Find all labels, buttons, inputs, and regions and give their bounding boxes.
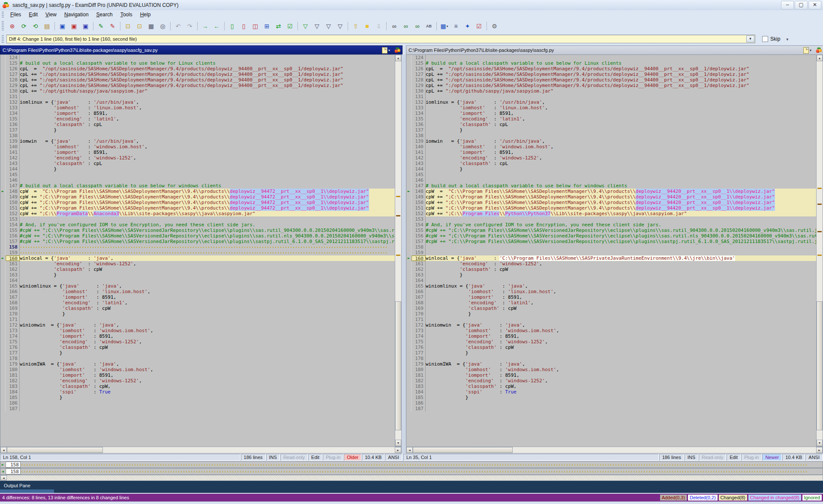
copy-block-icon[interactable]: ⇧	[350, 21, 361, 31]
code-line-151: 151cpW += ";C:\\Program Files\\SASHome\\…	[0, 205, 395, 211]
scroll-left-icon[interactable]: ◄	[0, 475, 7, 480]
pane-splitter[interactable]	[402, 54, 406, 453]
menu-item-edit[interactable]: Edit	[25, 11, 42, 18]
scrollbar-thumb[interactable]	[413, 447, 513, 453]
file-menu-icon[interactable]	[803, 47, 809, 54]
show-second-pane-icon[interactable]: ▯	[238, 21, 249, 31]
show-identical-icon[interactable]: ☑	[285, 21, 295, 31]
line-text	[426, 177, 817, 183]
line-number: 158	[6, 244, 20, 250]
edit-first-icon[interactable]: ✎	[96, 21, 106, 31]
scroll-up-icon[interactable]: ▲	[817, 55, 823, 61]
file-menu-dropdown-icon[interactable]: ▾	[810, 48, 811, 52]
show-line-details-icon[interactable]: ≡	[451, 21, 461, 31]
zoom-icon[interactable]: ◎	[157, 21, 168, 31]
filter-deleted-icon[interactable]: ▽	[323, 21, 334, 31]
skip-checkbox-box[interactable]	[762, 36, 768, 42]
menu-item-files[interactable]: Files	[6, 11, 25, 18]
status-cell: Plug-in	[323, 454, 343, 461]
mini-pane-scroll-strip[interactable]: ◄	[0, 475, 823, 481]
filter-all-icon[interactable]: ▽	[300, 21, 311, 31]
diff-dropdown-button[interactable]: ▼	[746, 36, 754, 42]
scroll-right-icon[interactable]: ►	[395, 447, 401, 453]
marker-margin	[0, 389, 6, 395]
next-diff-icon[interactable]: →	[200, 21, 210, 31]
refresh-icon[interactable]: ⟳	[18, 21, 29, 31]
line-text: 'iomport' : 8591,	[20, 111, 395, 116]
scroll-up-icon[interactable]: ▲	[395, 55, 401, 61]
menu-item-help[interactable]: Help	[136, 11, 155, 18]
refresh-files-icon[interactable]: ⟲	[30, 21, 41, 31]
first-file-editor[interactable]: 124125# build out a local classpath vari…	[0, 54, 395, 447]
print-icon[interactable]: ▦	[146, 21, 156, 31]
second-file-editor[interactable]: 124125# build out a local classpath vari…	[406, 54, 817, 447]
first-file-header[interactable]: C:\Program Files\Python\Python37\Lib\sit…	[0, 45, 402, 55]
code-line-152: 152cpW += ";C:\\Program Files\\Python\\P…	[406, 211, 817, 216]
show-first-pane-icon[interactable]: ▯	[227, 21, 237, 31]
first-horizontal-scrollbar[interactable]: ◄ ►	[0, 447, 402, 453]
split-horizontal-icon[interactable]: ⊞	[261, 21, 272, 31]
copy-block-down-icon[interactable]: ⇩	[373, 21, 384, 31]
line-text: cpW += ";C:\\Program Files\\Python\\Pyth…	[426, 211, 817, 216]
scroll-down-icon[interactable]: ▼	[817, 440, 823, 446]
menu-item-navigation[interactable]: Navigation	[60, 11, 93, 18]
scroll-down-icon[interactable]: ▼	[395, 440, 401, 446]
close-button[interactable]: ✕	[808, 1, 821, 9]
first-vertical-scrollbar[interactable]: ▲ ▼	[395, 54, 402, 447]
view-mode-icon[interactable]: ▦▾	[439, 21, 450, 31]
menu-item-tools[interactable]: Tools	[117, 11, 136, 18]
diffbar-grip[interactable]	[2, 35, 4, 43]
current-block-icon[interactable]: ■	[362, 21, 372, 31]
output-pane-tab[interactable]	[0, 489, 54, 493]
current-diff-combobox[interactable]: Diff 4: Change 1 line (160, first file) …	[6, 35, 755, 43]
scrollbar-thumb[interactable]	[7, 447, 103, 453]
scrollbar-thumb[interactable]	[817, 301, 823, 430]
file-menu-icon[interactable]	[382, 47, 387, 54]
copy-to-first-icon[interactable]: ⊡	[123, 21, 133, 31]
edit-second-icon[interactable]: ✎	[107, 21, 118, 31]
maximize-button[interactable]: ▢	[795, 1, 808, 9]
allow-editing-icon[interactable]: ☑	[474, 21, 484, 31]
match-case-icon[interactable]: AB	[424, 21, 434, 31]
find-icon[interactable]: ∞	[389, 21, 399, 31]
toolbar-grip[interactable]	[2, 21, 4, 31]
recompare-icon[interactable]: ⊛	[7, 21, 18, 31]
minimize-button[interactable]: –	[781, 1, 794, 9]
scrollbar-thumb[interactable]	[395, 301, 401, 430]
toolbar-separator	[93, 22, 93, 30]
scroll-right-icon[interactable]: ►	[816, 447, 823, 453]
menu-item-search[interactable]: Search	[93, 11, 117, 18]
scroll-left-icon[interactable]: ◄	[406, 447, 413, 453]
second-file-header[interactable]: C:\Program Files\Python\Python37\Lib\sit…	[406, 45, 823, 55]
second-horizontal-scrollbar[interactable]: ◄ ►	[406, 447, 823, 453]
save-second-icon[interactable]: ▣	[69, 21, 79, 31]
swap-panes-icon[interactable]: ⇄	[273, 21, 284, 31]
file-menu-dropdown-icon[interactable]: ▾	[388, 48, 390, 52]
menu-item-view[interactable]: View	[42, 11, 60, 18]
line-text: 'encoding' : 'windows-1252',	[426, 378, 817, 384]
menu-grip[interactable]	[2, 12, 4, 18]
line-text: iomlinux = {'java' : '/usr/bin/java',	[20, 99, 395, 105]
filter-changed-icon[interactable]: ▽	[335, 21, 345, 31]
options-icon[interactable]: ⚙	[489, 21, 500, 31]
marker-margin	[406, 77, 412, 83]
skip-checkbox[interactable]: Skip	[762, 36, 780, 42]
save-first-icon[interactable]: ▣	[57, 21, 68, 31]
marker-margin	[406, 300, 412, 306]
plugins-icon[interactable]: ✦	[462, 21, 473, 31]
find-prev-icon[interactable]: ∞	[412, 21, 423, 31]
find-next-icon[interactable]: ∞	[400, 21, 411, 31]
code-line-184: 184 'sspi' : True	[406, 389, 817, 395]
prev-diff-icon[interactable]: ←	[211, 21, 222, 31]
split-vertical-icon[interactable]: ◫	[250, 21, 261, 31]
filter-added-icon[interactable]: ▽	[312, 21, 322, 31]
undo-icon[interactable]: ↶	[173, 21, 183, 31]
scroll-left-icon[interactable]: ◄	[0, 447, 7, 453]
second-vertical-scrollbar[interactable]: ▲ ▼	[816, 54, 823, 447]
save-all-icon[interactable]: ▣	[80, 21, 91, 31]
copy-to-second-icon[interactable]: ⊡	[134, 21, 145, 31]
open-files-icon[interactable]: ▤	[42, 21, 52, 31]
toolbar-overflow-chevron-icon[interactable]: ▾	[786, 37, 788, 42]
toolbar-separator	[54, 22, 55, 30]
redo-icon[interactable]: ↷	[184, 21, 195, 31]
